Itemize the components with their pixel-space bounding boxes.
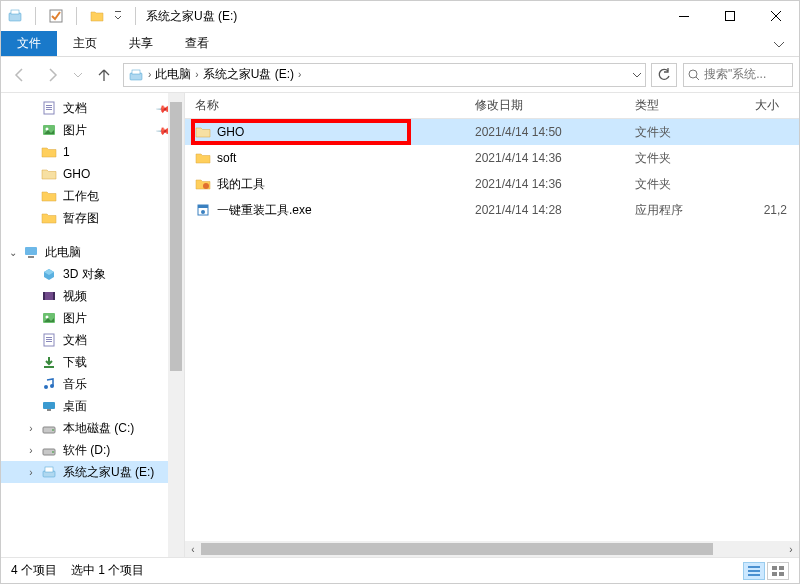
svg-rect-10 bbox=[46, 105, 52, 106]
svg-point-8 bbox=[689, 70, 697, 78]
file-date: 2021/4/14 14:50 bbox=[465, 125, 625, 139]
maximize-button[interactable] bbox=[707, 1, 753, 31]
file-name: soft bbox=[217, 151, 236, 165]
tree-quick-item[interactable]: 暂存图 bbox=[1, 207, 184, 229]
tree-quick-item[interactable]: 工作包 bbox=[1, 185, 184, 207]
ribbon-expand-button[interactable] bbox=[759, 31, 799, 56]
hscroll-right-icon[interactable]: › bbox=[783, 541, 799, 557]
svg-rect-4 bbox=[679, 16, 689, 17]
view-large-icons-button[interactable] bbox=[767, 562, 789, 580]
address-field[interactable]: › 此电脑 › 系统之家U盘 (E:) › bbox=[123, 63, 646, 87]
address-bar: › 此电脑 › 系统之家U盘 (E:) › 搜索"系统... bbox=[1, 57, 799, 93]
svg-rect-16 bbox=[28, 256, 34, 258]
file-type: 应用程序 bbox=[625, 202, 745, 219]
file-row[interactable]: soft2021/4/14 14:36文件夹 bbox=[185, 145, 799, 171]
drive-blue-icon bbox=[41, 464, 57, 480]
expand-icon[interactable]: › bbox=[25, 445, 37, 456]
view-details-button[interactable] bbox=[743, 562, 765, 580]
pic-icon bbox=[41, 310, 57, 326]
qat-checkbox-icon[interactable] bbox=[48, 8, 64, 24]
qat-folder-icon[interactable] bbox=[89, 8, 105, 24]
address-dropdown-icon[interactable] bbox=[633, 71, 641, 79]
file-row[interactable]: GHO2021/4/14 14:50文件夹 bbox=[185, 119, 799, 145]
tree-item-label: 图片 bbox=[63, 122, 87, 139]
drive-icon bbox=[41, 442, 57, 458]
file-name: 一键重装工具.exe bbox=[217, 202, 312, 219]
column-size[interactable]: 大小 bbox=[745, 93, 799, 118]
svg-rect-24 bbox=[46, 339, 52, 340]
ribbon-tab-view[interactable]: 查看 bbox=[169, 31, 225, 56]
chevron-right-icon[interactable]: › bbox=[148, 69, 151, 80]
hscroll-left-icon[interactable]: ‹ bbox=[185, 541, 201, 557]
expand-icon[interactable]: › bbox=[25, 423, 37, 434]
file-date: 2021/4/14 14:36 bbox=[465, 177, 625, 191]
file-hscrollbar[interactable]: ‹ › bbox=[185, 541, 799, 557]
column-type[interactable]: 类型 bbox=[625, 93, 745, 118]
column-date[interactable]: 修改日期 bbox=[465, 93, 625, 118]
tree-item-label: 文档 bbox=[63, 332, 87, 349]
ribbon-tab-home[interactable]: 主页 bbox=[57, 31, 113, 56]
highlight-box: GHO bbox=[191, 119, 411, 145]
ribbon-tab-file[interactable]: 文件 bbox=[1, 31, 57, 56]
svg-rect-42 bbox=[748, 570, 760, 572]
tree-pc-child[interactable]: 视频 bbox=[1, 285, 184, 307]
expand-icon[interactable]: › bbox=[25, 467, 37, 478]
tree-item-label: 图片 bbox=[63, 310, 87, 327]
chevron-right-icon[interactable]: › bbox=[195, 69, 198, 80]
svg-rect-45 bbox=[779, 566, 784, 570]
ribbon-tab-share[interactable]: 共享 bbox=[113, 31, 169, 56]
tree-pc-child[interactable]: 文档 bbox=[1, 329, 184, 351]
tree-item-label: 系统之家U盘 (E:) bbox=[63, 464, 154, 481]
tree-item-label: 此电脑 bbox=[45, 244, 81, 261]
qat-dropdown-icon[interactable] bbox=[113, 8, 123, 24]
svg-rect-1 bbox=[11, 10, 19, 14]
tree-pc-child[interactable]: 下载 bbox=[1, 351, 184, 373]
tree-item-label: 下载 bbox=[63, 354, 87, 371]
tree-pc-child[interactable]: 桌面 bbox=[1, 395, 184, 417]
window-title: 系统之家U盘 (E:) bbox=[140, 8, 237, 25]
nav-back-button[interactable] bbox=[7, 62, 33, 88]
exe-icon bbox=[195, 202, 211, 218]
file-row[interactable]: 我的工具2021/4/14 14:36文件夹 bbox=[185, 171, 799, 197]
tree-quick-item[interactable]: 图片📌 bbox=[1, 119, 184, 141]
status-bar: 4 个项目 选中 1 个项目 bbox=[1, 557, 799, 583]
nav-up-button[interactable] bbox=[91, 62, 117, 88]
nav-forward-button[interactable] bbox=[39, 62, 65, 88]
tree-pc-child[interactable]: 图片 bbox=[1, 307, 184, 329]
hscroll-thumb[interactable] bbox=[201, 543, 713, 555]
file-type: 文件夹 bbox=[625, 176, 745, 193]
chevron-right-icon[interactable]: › bbox=[298, 69, 301, 80]
tree-this-pc[interactable]: ⌄此电脑 bbox=[1, 241, 184, 263]
tree-scrollbar-thumb[interactable] bbox=[170, 102, 182, 371]
tree-pc-child[interactable]: 3D 对象 bbox=[1, 263, 184, 285]
tree-pc-child[interactable]: ›系统之家U盘 (E:) bbox=[1, 461, 184, 483]
dl-icon bbox=[41, 354, 57, 370]
tree-scrollbar[interactable] bbox=[168, 93, 184, 557]
column-name[interactable]: 名称 bbox=[185, 93, 465, 118]
3d-icon bbox=[41, 266, 57, 282]
close-button[interactable] bbox=[753, 1, 799, 31]
tree-pc-child[interactable]: 音乐 bbox=[1, 373, 184, 395]
search-input[interactable]: 搜索"系统... bbox=[683, 63, 793, 87]
refresh-button[interactable] bbox=[651, 63, 677, 87]
tree-quick-item[interactable]: GHO bbox=[1, 163, 184, 185]
minimize-button[interactable] bbox=[661, 1, 707, 31]
breadcrumb-drive[interactable]: 系统之家U盘 (E:) bbox=[203, 66, 294, 83]
file-date: 2021/4/14 14:28 bbox=[465, 203, 625, 217]
tree-pc-child[interactable]: ›软件 (D:) bbox=[1, 439, 184, 461]
tree-pc-child[interactable]: ›本地磁盘 (C:) bbox=[1, 417, 184, 439]
collapse-icon[interactable]: ⌄ bbox=[7, 247, 19, 258]
svg-point-40 bbox=[201, 210, 205, 214]
file-date: 2021/4/14 14:36 bbox=[465, 151, 625, 165]
tree-item-label: 本地磁盘 (C:) bbox=[63, 420, 134, 437]
svg-rect-36 bbox=[45, 467, 53, 472]
doc-icon bbox=[41, 332, 57, 348]
folder-icon bbox=[41, 144, 57, 160]
nav-recent-button[interactable] bbox=[71, 62, 85, 88]
tree-quick-item[interactable]: 文档📌 bbox=[1, 97, 184, 119]
file-row[interactable]: 一键重装工具.exe2021/4/14 14:28应用程序21,2 bbox=[185, 197, 799, 223]
file-type: 文件夹 bbox=[625, 150, 745, 167]
breadcrumb-this-pc[interactable]: 此电脑 bbox=[155, 66, 191, 83]
tree-quick-item[interactable]: 1 bbox=[1, 141, 184, 163]
search-icon bbox=[688, 69, 700, 81]
